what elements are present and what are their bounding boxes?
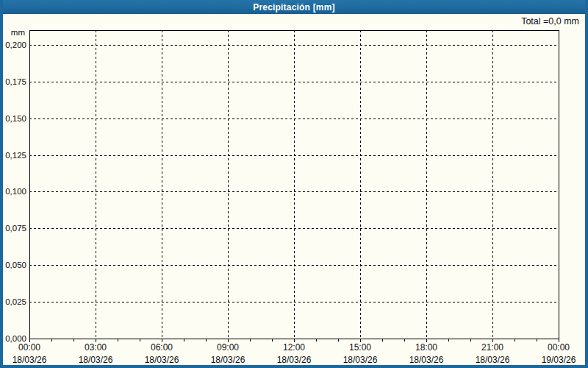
y-tick-label: 0,175	[5, 77, 26, 86]
x-tick-label-time: 12:00	[283, 342, 305, 353]
y-tick-label: 0,100	[5, 187, 26, 196]
chart-window: Precipitación [mm] Total =0,0 mm 0,0000,…	[0, 0, 588, 368]
y-tick-label: 0,050	[5, 261, 26, 269]
x-tick-label-time: 03:00	[85, 342, 107, 353]
precipitation-chart: 0,0000,0250,0500,0750,1000,1250,1500,175…	[0, 0, 588, 368]
x-tick-label-date: 18/03/26	[476, 355, 510, 365]
y-tick-label: 0,150	[5, 114, 26, 123]
y-tick-label: 0,025	[5, 297, 26, 306]
y-tick-label: 0,200	[5, 40, 26, 49]
x-tick-label-date: 18/03/26	[211, 355, 245, 365]
x-tick-label-time: 00:00	[548, 342, 570, 353]
x-tick-label-time: 09:00	[217, 342, 239, 353]
x-tick-label-date: 18/03/26	[12, 355, 47, 365]
x-tick-label-date: 18/03/26	[79, 355, 113, 365]
x-tick-label-time: 21:00	[481, 342, 503, 353]
x-tick-label-date: 18/03/26	[277, 355, 312, 365]
x-tick-label-date: 18/03/26	[409, 355, 444, 365]
x-tick-label-time: 00:00	[18, 342, 40, 353]
x-tick-label-time: 15:00	[349, 342, 371, 353]
y-axis-unit-label: mm	[11, 28, 25, 37]
x-tick-label-time: 18:00	[415, 342, 437, 353]
x-tick-label-time: 06:00	[151, 342, 173, 353]
x-tick-label-date: 18/03/26	[343, 355, 378, 365]
y-tick-label: 0,125	[5, 151, 26, 160]
x-tick-label-date: 18/03/26	[145, 355, 179, 365]
y-tick-label: 0,075	[5, 224, 26, 233]
x-tick-label-date: 19/03/26	[542, 355, 576, 365]
